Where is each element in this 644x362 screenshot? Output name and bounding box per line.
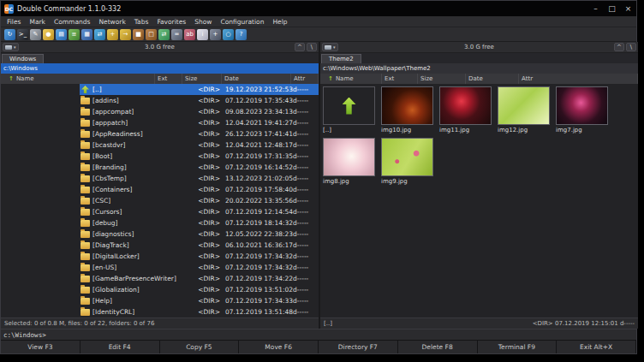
thumbnail-item[interactable]: img8.jpg (323, 138, 381, 185)
network-icon[interactable]: ○ (223, 29, 234, 40)
file-row[interactable]: [CbsTemp]<DIR>13.12.2023 21:02:05d----- (1, 173, 319, 184)
file-row[interactable]: [IdentityCRL]<DIR>07.12.2019 13:51:48d--… (1, 306, 319, 317)
file-row[interactable]: [appcompat]<DIR>09.08.2023 23:34:13d----… (1, 106, 319, 117)
file-attr: d----- (291, 108, 319, 116)
menu-item-configuration[interactable]: Configuration (217, 18, 269, 26)
column-header-attr[interactable]: Attr (519, 74, 638, 84)
help-icon[interactable]: ? (236, 29, 247, 40)
file-row[interactable]: [DigitalLocker]<DIR>07.12.2019 17:34:32d… (1, 251, 319, 262)
thumbnail-item[interactable]: img12.jpg (498, 86, 556, 134)
fkey-button-terminal-f9[interactable]: Terminal F9 (478, 341, 558, 353)
multi-rename-icon[interactable]: ab (184, 29, 195, 40)
file-row[interactable]: [Cursors]<DIR>07.12.2019 12:14:54d----- (1, 206, 319, 217)
file-name: [debug] (92, 219, 118, 227)
file-row[interactable]: [DiagTrack]<DIR>06.10.2021 16:36:17d----… (1, 240, 319, 251)
file-row[interactable]: [addins]<DIR>07.12.2019 17:35:43d----- (1, 95, 319, 106)
file-row[interactable]: [Branding]<DIR>07.12.2019 16:14:52d----- (1, 162, 319, 173)
column-header-size[interactable]: Size (182, 74, 222, 84)
options-icon[interactable]: ✎ (30, 29, 41, 40)
drive-button[interactable]: ▾ (322, 43, 338, 51)
thumbnail-item[interactable]: img7.jpg (556, 86, 614, 134)
fkey-button-exit-alt-x[interactable]: Exit Alt+X (557, 341, 636, 353)
parent-dir-button[interactable]: ^ (295, 43, 305, 51)
right-path-bar[interactable]: c:\Windows\Web\Wallpaper\Theme2 (320, 63, 638, 74)
file-row[interactable]: [Boot]<DIR>07.12.2019 17:31:35d----- (1, 151, 319, 162)
file-row[interactable]: [bcastdvr]<DIR>12.04.2021 12:48:17d----- (1, 139, 319, 151)
file-row[interactable]: [AppReadiness]<DIR>26.12.2023 17:41:41d-… (1, 128, 319, 139)
row-body: [addins]<DIR>07.12.2019 17:35:43d----- (80, 95, 319, 106)
file-name: [Help] (92, 297, 112, 305)
unpack-icon[interactable]: □ (146, 29, 157, 40)
parent-dir-button[interactable]: ^ (614, 43, 624, 51)
menu-item-tabs[interactable]: Tabs (130, 18, 153, 26)
column-header-date[interactable]: Date (222, 74, 291, 84)
file-row[interactable]: [diagnostics]<DIR>12.05.2022 22:38:23d--… (1, 228, 319, 240)
move-icon[interactable]: → (120, 29, 131, 40)
fkey-button-copy-f5[interactable]: Copy F5 (160, 341, 240, 353)
column-header-date[interactable]: Date (466, 74, 519, 84)
menu-item-mark[interactable]: Mark (25, 18, 50, 26)
menu-item-network[interactable]: Network (94, 18, 129, 26)
close-button[interactable]: × (620, 1, 636, 16)
file-row[interactable]: [Help]<DIR>07.12.2019 17:34:33d----- (1, 295, 319, 306)
file-row[interactable]: [GameBarPresenceWriter]<DIR>07.12.2019 1… (1, 273, 319, 284)
file-row[interactable]: [..]<DIR>19.12.2023 21:52:53d----- (1, 84, 319, 95)
thumbnail-item[interactable]: [..] (323, 86, 381, 134)
menu-item-help[interactable]: Help (268, 18, 291, 26)
row-gutter (1, 240, 80, 251)
terminal-icon[interactable]: >_ (17, 29, 28, 40)
tab-theme2[interactable]: Theme2 (321, 54, 361, 63)
file-row[interactable]: [Globalization]<DIR>07.12.2019 13:51:02d… (1, 284, 319, 295)
tab-windows[interactable]: Windows (2, 54, 44, 63)
command-line-input[interactable] (49, 330, 634, 340)
fkey-button-move-f6[interactable]: Move F6 (239, 341, 319, 353)
swap-panels-icon[interactable]: ⇄ (94, 29, 105, 40)
root-dir-button[interactable]: \ (307, 43, 317, 51)
menu-item-commands[interactable]: Commands (50, 18, 94, 26)
drive-button[interactable]: ▾ (3, 43, 19, 51)
quick-view-icon[interactable]: ▤ (56, 29, 67, 40)
image-thumbnail (381, 138, 433, 176)
file-attr: d----- (291, 97, 319, 104)
fkey-button-delete-f8[interactable]: Delete F8 (398, 341, 478, 353)
column-header-ext[interactable]: Ext (155, 74, 182, 84)
fkey-button-view-f3[interactable]: View F3 (1, 341, 80, 353)
menu-item-favorites[interactable]: Favorites (152, 18, 190, 26)
horizontal-panels-icon[interactable]: ▦ (81, 29, 92, 40)
column-header-ext[interactable]: Ext (382, 74, 418, 84)
title-bar[interactable]: DC Double Commander 1.1.0-332 –□× (1, 1, 636, 16)
sync-dirs-icon[interactable]: ⇄ (158, 29, 170, 40)
menu-item-files[interactable]: Files (3, 18, 25, 26)
fkey-button-directory-f7[interactable]: Directory F7 (319, 341, 398, 353)
menu-item-show[interactable]: Show (190, 18, 216, 26)
refresh-icon[interactable]: ↻ (4, 29, 15, 40)
properties-icon[interactable]: i (197, 29, 208, 40)
tree-view-icon[interactable]: ≡ (69, 29, 80, 40)
folder-icon (80, 264, 90, 271)
file-row[interactable]: [Containers]<DIR>07.12.2019 17:58:40d---… (1, 184, 319, 195)
minimize-button[interactable]: – (587, 1, 604, 16)
file-row[interactable]: [apppatch]<DIR>12.04.2021 19:41:27d----- (1, 117, 319, 128)
compare-icon[interactable]: = (171, 29, 182, 40)
pack-icon[interactable]: ■ (133, 29, 144, 40)
row-gutter (1, 195, 80, 206)
thumbnail-item[interactable]: img10.jpg (381, 86, 439, 134)
thumbnail-item[interactable]: img9.jpg (381, 138, 439, 185)
thumbnail-item[interactable]: img11.jpg (439, 86, 498, 134)
file-date: 12.05.2022 22:38:23 (222, 230, 291, 238)
find-files-icon[interactable]: ● (43, 29, 54, 40)
file-row[interactable]: [CSC]<DIR>20.02.2022 13:35:56d----- (1, 195, 319, 206)
copy-icon[interactable]: + (107, 29, 118, 40)
column-header-name[interactable]: ↑Name (320, 74, 382, 84)
left-status-text: Selected: 0 of 0.8 M, files: 0 of 22, fo… (4, 320, 154, 327)
calculator-icon[interactable]: + (210, 29, 221, 40)
column-header-size[interactable]: Size (418, 74, 466, 84)
left-path-bar[interactable]: c:\Windows (1, 63, 319, 74)
column-header-name[interactable]: ↑Name (1, 74, 155, 84)
column-header-attr[interactable]: Attr (291, 74, 319, 84)
file-row[interactable]: [debug]<DIR>07.12.2019 18:14:32d----- (1, 217, 319, 228)
file-row[interactable]: [en-US]<DIR>07.12.2019 17:34:32d----- (1, 262, 319, 273)
fkey-button-edit-f4[interactable]: Edit F4 (80, 341, 160, 353)
maximize-button[interactable]: □ (604, 1, 620, 16)
root-dir-button[interactable]: \ (626, 43, 636, 51)
